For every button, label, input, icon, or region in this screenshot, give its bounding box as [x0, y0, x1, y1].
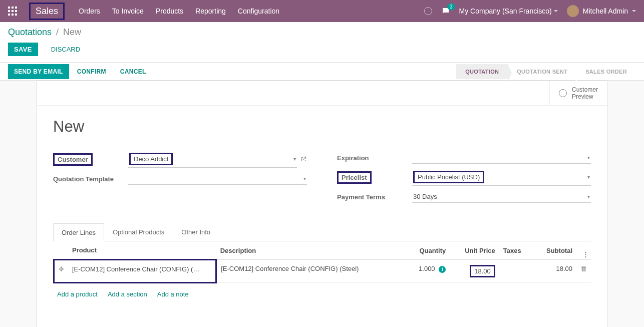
send-email-button[interactable]: SEND BY EMAIL	[8, 64, 69, 79]
cell-unit-price[interactable]: 18.00	[450, 260, 499, 283]
customer-preview-button[interactable]: Customer Preview	[549, 81, 607, 105]
th-quantity: Quantity	[405, 241, 450, 260]
breadcrumb-current: New	[63, 27, 81, 37]
template-label: Quotation Template	[53, 175, 128, 183]
drag-handle-icon[interactable]: ✥	[59, 265, 64, 273]
stage-sales-order[interactable]: SALES ORDER	[576, 64, 636, 79]
stage-quotation-sent[interactable]: QUOTATION SENT	[508, 64, 576, 79]
caret-down-icon: ▾	[587, 155, 590, 160]
caret-down-icon	[632, 10, 636, 12]
avatar	[567, 5, 579, 17]
info-icon[interactable]: i	[439, 266, 446, 273]
breadcrumb: Quotations / New	[8, 27, 636, 38]
pricelist-label: Pricelist	[337, 171, 372, 184]
stage-quotation[interactable]: QUOTATION	[456, 64, 508, 79]
company-name: My Company (San Francisco)	[459, 7, 552, 15]
payment-terms-label: Payment Terms	[337, 193, 412, 201]
breadcrumb-root[interactable]: Quotations	[8, 27, 52, 37]
table-row[interactable]: ✥ [E-COM12] Conference Chair (CONFIG) (……	[54, 260, 591, 283]
add-product-link[interactable]: Add a product	[57, 290, 98, 298]
company-selector[interactable]: My Company (San Francisco)	[459, 7, 558, 15]
caret-down-icon: ▾	[293, 156, 296, 162]
chat-badge: 3	[447, 4, 455, 10]
apps-icon[interactable]	[8, 7, 17, 16]
nav-products[interactable]: Products	[156, 7, 183, 15]
trash-icon[interactable]: 🗑	[580, 265, 587, 272]
preview-label-2: Preview	[572, 93, 598, 100]
expiration-label: Expiration	[337, 154, 412, 162]
customer-label: Customer	[53, 153, 93, 166]
columns-menu-icon[interactable]: ⋮	[582, 250, 589, 258]
tab-optional-products[interactable]: Optional Products	[104, 223, 173, 241]
pricelist-field[interactable]: Public Pricelist (USD) ▾	[412, 169, 591, 186]
expiration-field[interactable]: ▾	[412, 152, 591, 164]
user-menu[interactable]: Mitchell Admin	[567, 5, 636, 17]
th-subtotal: Subtotal	[533, 241, 576, 260]
cell-description[interactable]: [E-COM12] Conference Chair (CONFIG) (Ste…	[216, 260, 405, 283]
customer-value: Deco Addict	[129, 153, 173, 165]
caret-down-icon: ▾	[587, 174, 590, 180]
cell-taxes[interactable]	[499, 260, 533, 283]
template-field[interactable]: ▾	[128, 173, 307, 185]
payment-terms-field[interactable]: 30 Days ▾	[412, 191, 591, 203]
caret-down-icon: ▾	[303, 176, 306, 181]
th-unit-price: Unit Price	[450, 241, 499, 260]
nav-to-invoice[interactable]: To Invoice	[112, 7, 144, 15]
nav-configuration[interactable]: Configuration	[238, 7, 279, 15]
brand-sales[interactable]: Sales	[29, 3, 65, 20]
save-button[interactable]: SAVE	[8, 43, 38, 56]
add-note-link[interactable]: Add a note	[157, 290, 189, 298]
chat-icon[interactable]: 3	[441, 7, 450, 16]
th-product: Product	[68, 241, 216, 260]
external-link-icon[interactable]	[300, 156, 307, 163]
tab-order-lines[interactable]: Order Lines	[53, 223, 104, 241]
nav-orders[interactable]: Orders	[79, 7, 100, 15]
activity-icon[interactable]	[424, 7, 432, 15]
cancel-button[interactable]: CANCEL	[114, 64, 152, 79]
cell-quantity[interactable]: 1.000 i	[405, 260, 450, 283]
nav-reporting[interactable]: Reporting	[195, 7, 226, 15]
tab-other-info[interactable]: Other Info	[173, 223, 219, 241]
discard-button[interactable]: DISCARD	[45, 43, 87, 56]
globe-icon	[559, 89, 567, 97]
payment-terms-value: 30 Days	[413, 193, 437, 200]
page-title: New	[53, 118, 591, 136]
pricelist-value: Public Pricelist (USD)	[413, 171, 484, 183]
customer-field[interactable]: Deco Addict ▾	[128, 151, 297, 168]
user-name: Mitchell Admin	[583, 7, 628, 15]
preview-label-1: Customer	[572, 86, 598, 93]
add-section-link[interactable]: Add a section	[108, 290, 147, 298]
caret-down-icon: ▾	[587, 194, 590, 199]
cell-subtotal: 18.00	[533, 260, 576, 283]
cell-product[interactable]: [E-COM12] Conference Chair (CONFIG) (…	[68, 260, 216, 283]
th-taxes: Taxes	[499, 241, 533, 260]
th-description: Description	[216, 241, 405, 260]
caret-down-icon	[554, 10, 558, 12]
confirm-button[interactable]: CONFIRM	[71, 64, 112, 79]
